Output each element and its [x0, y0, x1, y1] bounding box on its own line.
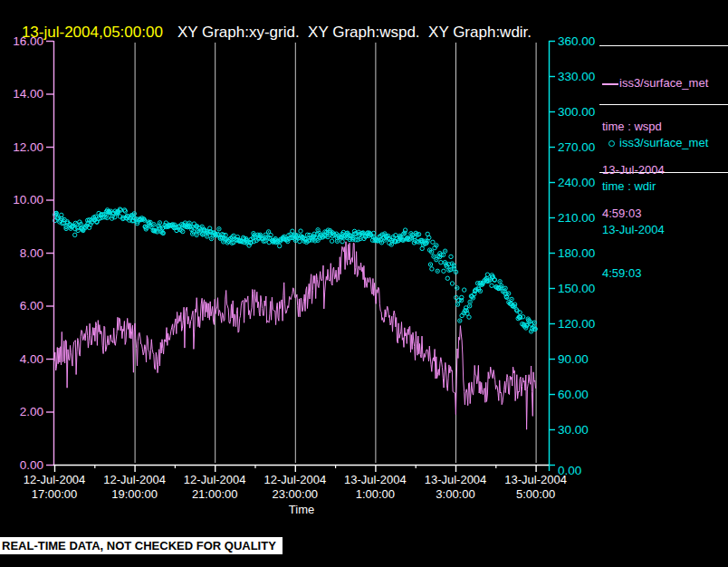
legend-divider	[599, 45, 728, 46]
right-axis-tick-label: 360.00	[558, 34, 595, 48]
right-axis-tick-label: 30.00	[558, 423, 589, 437]
x-axis-tick-date: 12-Jul-2004	[103, 473, 166, 486]
x-axis-tick-time: 3:00:00	[436, 487, 474, 501]
x-axis-tick-time: 5:00:00	[516, 487, 555, 501]
x-axis-tick-date: 12-Jul-2004	[184, 473, 246, 486]
left-axis-tick-label: 8.00	[20, 246, 43, 260]
left-axis-tick-label: 0.00	[20, 458, 43, 472]
right-axis-tick-label: 270.00	[558, 140, 595, 154]
legend-field: time : wdir	[602, 179, 708, 194]
legend-series-name: iss3/surface_met	[602, 76, 708, 91]
x-axis-tick-date: 13-Jul-2004	[425, 473, 487, 486]
left-axis-wspd: 16.0014.0012.0010.008.006.004.002.000.00	[13, 34, 53, 472]
x-axis-tick-time: 23:00:00	[272, 487, 318, 501]
left-axis-tick-label: 14.00	[13, 87, 43, 101]
x-axis-tick-time: 17:00:00	[32, 487, 78, 501]
right-axis-tick-label: 120.00	[558, 317, 595, 331]
right-axis-wdir: 360.00330.00300.00270.00240.00210.00180.…	[549, 34, 595, 478]
grid-lines	[135, 43, 536, 463]
legend-entry-wdir: iss3/surface_met time : wdir 13-Jul-2004…	[602, 107, 708, 310]
right-axis-tick-label: 300.00	[558, 105, 595, 119]
x-axis-tick-time: 19:00:00	[111, 487, 158, 501]
left-axis-tick-label: 12.00	[13, 140, 43, 154]
x-axis-tick-time: 1:00:00	[356, 487, 395, 501]
left-axis-tick-label: 10.00	[13, 193, 43, 207]
left-axis-tick-label: 4.00	[20, 352, 43, 366]
x-axis-tick-date: 13-Jul-2004	[344, 473, 407, 486]
x-axis-time: 12-Jul-200417:00:0012-Jul-200419:00:0012…	[24, 465, 567, 516]
line-sample-icon	[602, 83, 618, 85]
x-axis-tick-date: 13-Jul-2004	[504, 473, 567, 486]
legend-date: 13-Jul-2004	[602, 223, 708, 237]
right-axis-tick-label: 150.00	[558, 282, 595, 295]
left-axis-tick-label: 16.00	[13, 34, 43, 48]
x-axis-tick-time: 21:00:00	[192, 487, 238, 501]
right-axis-tick-label: 90.00	[558, 352, 589, 366]
x-axis-tick-date: 12-Jul-2004	[263, 473, 326, 486]
left-axis-tick-label: 2.00	[20, 405, 43, 418]
right-axis-tick-label: 210.00	[558, 211, 595, 225]
right-axis-tick-label: 180.00	[558, 246, 595, 260]
x-axis-tick-date: 12-Jul-2004	[24, 473, 86, 486]
right-axis-tick-label: 60.00	[558, 388, 589, 401]
legend-time: 4:59:03	[602, 266, 708, 281]
right-axis-tick-label: 330.00	[558, 70, 595, 83]
left-axis-tick-label: 6.00	[20, 299, 43, 312]
xgraph-window: 13-jul-2004,05:00:00XY Graph:xy-grid. XY…	[0, 0, 728, 567]
circle-marker-icon	[608, 140, 615, 147]
x-axis-title: Time	[289, 503, 314, 516]
quality-notice: REAL-TIME DATA, NOT CHECKED FOR QUALITY	[0, 537, 283, 554]
right-axis-tick-label: 240.00	[558, 176, 595, 189]
legend-series-name: iss3/surface_met	[602, 136, 708, 150]
